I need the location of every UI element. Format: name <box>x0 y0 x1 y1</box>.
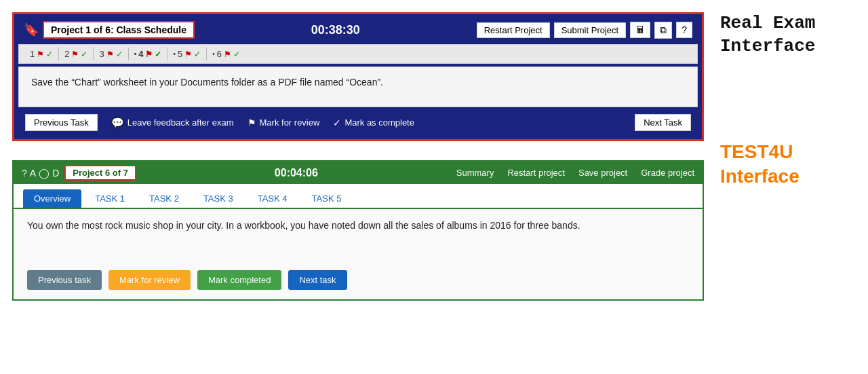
d-icon[interactable]: D <box>52 168 59 179</box>
test4u-header: ? A ◯ D Project 6 of 7 00:04:06 Summary … <box>14 162 703 184</box>
real-exam-label: Real Exam Interface <box>720 12 852 58</box>
exam-header-left: 🔖 Project 1 of 6: Class Schedule <box>24 21 195 39</box>
exam-header-right: Restart Project Submit Project 🖩 ⧉ ? <box>477 22 692 39</box>
feedback-icon: 💬 <box>111 117 124 129</box>
task-1-check-icon: ✓ <box>46 50 53 59</box>
exam-task-text: Save the “Chart” worksheet in your Docum… <box>31 77 383 88</box>
task-4-label: 4 <box>138 49 143 59</box>
task-5-label: 5 <box>178 49 182 59</box>
tab-task5[interactable]: TASK 5 <box>301 189 353 208</box>
test4u-label-line1: TEST4U <box>720 141 793 162</box>
task-4-check-icon: ✓ <box>155 50 161 59</box>
real-exam-interface: 🔖 Project 1 of 6: Class Schedule 00:38:3… <box>12 12 704 141</box>
task-1-flag-icon: ⚑ <box>37 50 44 59</box>
task-nav-5[interactable]: • 5 ⚑ ✓ <box>167 48 207 60</box>
task-4-flag-icon: ⚑ <box>145 50 153 59</box>
bookmark-icon: 🔖 <box>24 22 39 37</box>
task-5-flag-icon: ⚑ <box>184 50 192 59</box>
exam-task-content: Save the “Chart” worksheet in your Docum… <box>18 67 698 107</box>
task-5-dot: • <box>173 50 176 58</box>
mark-review-label: Mark for review <box>260 117 320 128</box>
right-labels: Real Exam Interface TEST4U Interface <box>704 0 868 201</box>
task-6-dot: • <box>212 50 215 58</box>
copy-icon-button[interactable]: ⧉ <box>654 22 672 39</box>
task-2-check-icon: ✓ <box>81 50 87 59</box>
test4u-mark-complete-button[interactable]: Mark completed <box>197 270 281 290</box>
task-nav-4[interactable]: • 4 ⚑ ✓ <box>129 48 168 60</box>
exam-header: 🔖 Project 1 of 6: Class Schedule 00:38:3… <box>18 18 698 41</box>
task-6-label: 6 <box>217 49 222 59</box>
task-nav-6[interactable]: • 6 ⚑ ✓ <box>207 48 245 60</box>
task-5-check-icon: ✓ <box>194 50 201 59</box>
test4u-icon-row: ? A ◯ D <box>22 168 59 179</box>
test4u-interface: ? A ◯ D Project 6 of 7 00:04:06 Summary … <box>12 160 704 301</box>
real-exam-label-line1: Real Exam <box>720 13 815 33</box>
calculator-icon-button[interactable]: 🖩 <box>630 22 650 38</box>
test4u-label: TEST4U Interface <box>720 140 852 189</box>
exam-timer: 00:38:30 <box>201 23 470 37</box>
speech-icon[interactable]: ◯ <box>39 168 50 179</box>
submit-project-button[interactable]: Submit Project <box>554 22 627 38</box>
test4u-content: You own the most rock music shop in your… <box>14 209 703 263</box>
task-3-flag-icon: ⚑ <box>106 50 114 59</box>
leave-feedback-action[interactable]: 💬 Leave feedback after exam <box>111 117 234 129</box>
test4u-content-text: You own the most rock music shop in your… <box>27 220 689 231</box>
restart-project-link[interactable]: Restart project <box>507 168 565 178</box>
task-2-label: 2 <box>64 49 69 59</box>
test4u-next-task-button[interactable]: Next task <box>288 270 347 290</box>
test4u-header-links: Summary Restart project Save project Gra… <box>456 168 694 178</box>
task-3-check-icon: ✓ <box>116 50 123 59</box>
flag-review-icon: ⚑ <box>248 117 256 128</box>
test4u-prev-task-button[interactable]: Previous task <box>27 270 102 290</box>
exam-task-nav: 1 ⚑ ✓ 2 ⚑ ✓ 3 ⚑ ✓ • 4 ⚑ ✓ • 5 <box>18 44 698 64</box>
task-6-check-icon: ✓ <box>233 50 240 59</box>
tab-task4[interactable]: TASK 4 <box>247 189 298 208</box>
task-nav-2[interactable]: 2 ⚑ ✓ <box>59 48 94 60</box>
next-task-button[interactable]: Next Task <box>635 114 691 131</box>
exam-project-title: Project 1 of 6: Class Schedule <box>43 21 195 39</box>
task-1-label: 1 <box>30 49 35 59</box>
real-exam-label-line2: Interface <box>720 36 815 56</box>
task-6-flag-icon: ⚑ <box>224 50 231 59</box>
grade-project-link[interactable]: Grade project <box>641 168 694 178</box>
save-project-link[interactable]: Save project <box>578 168 627 178</box>
mark-complete-action[interactable]: ✓ Mark as complete <box>333 117 414 128</box>
leave-feedback-label: Leave feedback after exam <box>127 117 234 128</box>
tab-task3[interactable]: TASK 3 <box>193 189 244 208</box>
test4u-label-line2: Interface <box>720 166 800 187</box>
tab-overview[interactable]: Overview <box>23 189 81 208</box>
restart-project-button[interactable]: Restart Project <box>477 22 550 38</box>
help-icon-button[interactable]: ? <box>676 22 692 38</box>
exam-bottom-bar: Previous Task 💬 Leave feedback after exa… <box>18 110 698 135</box>
previous-task-button[interactable]: Previous Task <box>25 114 98 131</box>
summary-link[interactable]: Summary <box>456 168 494 178</box>
test4u-timer: 00:04:06 <box>142 167 451 179</box>
question-icon[interactable]: ? <box>22 168 27 179</box>
task-nav-1[interactable]: 1 ⚑ ✓ <box>24 48 59 60</box>
test4u-tabs: Overview TASK 1 TASK 2 TASK 3 TASK 4 TAS… <box>14 184 703 209</box>
task-4-dot: • <box>134 50 137 58</box>
task-2-flag-icon: ⚑ <box>71 50 79 59</box>
test4u-project-title: Project 6 of 7 <box>64 165 136 181</box>
mark-review-action[interactable]: ⚑ Mark for review <box>248 117 320 128</box>
task-nav-3[interactable]: 3 ⚑ ✓ <box>94 48 128 60</box>
tab-task2[interactable]: TASK 2 <box>138 189 190 208</box>
check-complete-icon: ✓ <box>333 117 341 128</box>
tab-task1[interactable]: TASK 1 <box>84 189 136 208</box>
test4u-bottom-bar: Previous task Mark for review Mark compl… <box>14 263 703 299</box>
test4u-mark-review-button[interactable]: Mark for review <box>108 270 191 290</box>
a-icon[interactable]: A <box>30 168 36 179</box>
mark-complete-label: Mark as complete <box>344 117 414 128</box>
task-3-label: 3 <box>99 49 104 59</box>
